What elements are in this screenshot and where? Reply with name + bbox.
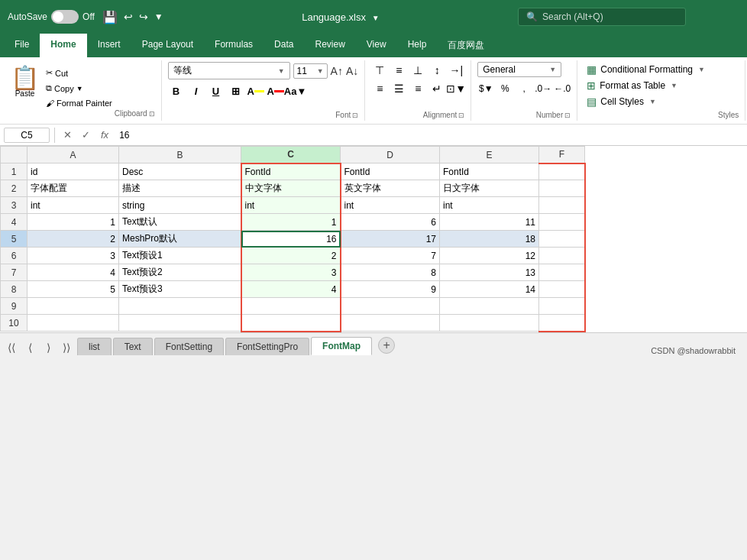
cell-C8[interactable]: 4: [241, 281, 341, 298]
copy-button[interactable]: ⧉ Copy ▼: [44, 82, 115, 95]
cell-A6[interactable]: 3: [27, 248, 119, 264]
cell-D4[interactable]: 6: [341, 214, 440, 231]
cell-styles-button[interactable]: ▤ Cell Styles ▼: [584, 94, 739, 109]
alignment-expand-icon[interactable]: ⊡: [458, 112, 464, 119]
cell-F7[interactable]: [539, 264, 585, 281]
cell-B9[interactable]: [119, 298, 241, 315]
cell-C7[interactable]: 3: [241, 264, 341, 281]
cell-F5[interactable]: [539, 231, 585, 248]
cell-D6[interactable]: 7: [341, 248, 440, 264]
cell-D1[interactable]: FontId: [341, 163, 440, 180]
sheet-tab-list[interactable]: list: [77, 338, 112, 355]
cell-F3[interactable]: [539, 197, 585, 214]
col-header-C[interactable]: C: [241, 147, 341, 163]
cell-C9[interactable]: [241, 298, 341, 315]
sheet-tab-text[interactable]: Text: [113, 338, 153, 355]
cell-B1[interactable]: Desc: [119, 163, 241, 180]
copy-dropdown[interactable]: ▼: [76, 85, 83, 92]
quick-access-toolbar[interactable]: 💾 ↩ ↪ ▼: [102, 10, 163, 24]
conditional-formatting-button[interactable]: ▦ Conditional Formatting ▼: [584, 62, 739, 77]
add-sheet-button[interactable]: +: [378, 337, 395, 354]
save-icon[interactable]: 💾: [102, 10, 118, 24]
comma-button[interactable]: ,: [516, 80, 532, 97]
font-color-button[interactable]: A: [267, 83, 284, 99]
row-header-7[interactable]: 7: [1, 264, 27, 281]
italic-button[interactable]: I: [188, 83, 205, 99]
sheet-nav-last[interactable]: ⟩⟩: [59, 340, 74, 355]
cell-F1[interactable]: [539, 163, 585, 180]
col-header-B[interactable]: B: [119, 147, 241, 163]
tab-data[interactable]: Data: [264, 34, 304, 57]
border-button[interactable]: ⊞: [228, 83, 244, 99]
row-header-6[interactable]: 6: [1, 248, 27, 264]
cell-F6[interactable]: [539, 248, 585, 264]
confirm-formula-button[interactable]: ✓: [78, 128, 93, 143]
font-grow-button[interactable]: A↑: [331, 65, 343, 77]
cell-C3[interactable]: int: [241, 197, 341, 214]
cell-D3[interactable]: int: [341, 197, 440, 214]
cell-B5[interactable]: MeshPro默认: [119, 231, 241, 248]
underline-button[interactable]: U: [208, 83, 225, 99]
accounting-button[interactable]: $▼: [477, 80, 494, 97]
tab-view[interactable]: View: [356, 34, 397, 57]
cell-A1[interactable]: id: [27, 163, 119, 180]
cell-F10[interactable]: [539, 315, 585, 332]
cell-C5[interactable]: 16: [241, 231, 341, 248]
bold-button[interactable]: B: [168, 83, 185, 99]
cell-F4[interactable]: [539, 214, 585, 231]
formula-input[interactable]: [116, 128, 743, 142]
cell-A3[interactable]: int: [27, 197, 119, 214]
number-expand-icon[interactable]: ⊡: [564, 112, 571, 119]
sheet-nav-first[interactable]: ⟨⟨: [4, 340, 19, 355]
sheet-grid[interactable]: A B C D E F 1 id Desc FontId: [0, 146, 747, 332]
cell-A8[interactable]: 5: [27, 281, 119, 298]
paste-button[interactable]: 📋 Paste: [6, 63, 44, 101]
font-size-selector[interactable]: 11 ▼: [293, 63, 328, 79]
cell-D5[interactable]: 17: [341, 231, 440, 248]
dropdown-arrow[interactable]: ▼: [372, 14, 380, 22]
tab-help[interactable]: Help: [397, 34, 438, 57]
cell-A9[interactable]: [27, 298, 119, 315]
tab-formulas[interactable]: Formulas: [204, 34, 264, 57]
col-header-E[interactable]: E: [440, 147, 539, 163]
cell-A4[interactable]: 1: [27, 214, 119, 231]
cell-E3[interactable]: int: [440, 197, 539, 214]
cell-E2[interactable]: 日文字体: [440, 180, 539, 197]
merge-center-button[interactable]: ⊡▼: [448, 80, 464, 97]
col-header-F[interactable]: F: [539, 147, 585, 163]
cell-B8[interactable]: Text预设3: [119, 281, 241, 298]
cell-E10[interactable]: [440, 315, 539, 332]
sheet-nav-next[interactable]: ⟩: [40, 340, 56, 355]
cell-B7[interactable]: Text预设2: [119, 264, 241, 281]
sheet-tab-fontsetting[interactable]: FontSetting: [154, 338, 224, 355]
cell-B10[interactable]: [119, 315, 241, 332]
cell-C6[interactable]: 2: [241, 248, 341, 264]
tab-home[interactable]: Home: [40, 34, 86, 57]
sheet-nav-prev[interactable]: ⟨: [22, 340, 37, 355]
row-header-9[interactable]: 9: [1, 298, 27, 315]
cell-A5[interactable]: 2: [27, 231, 119, 248]
undo-icon[interactable]: ↩: [124, 11, 133, 23]
cell-C10[interactable]: [241, 315, 341, 332]
tab-baidu[interactable]: 百度网盘: [437, 34, 495, 57]
clipboard-expand-icon[interactable]: ⊡: [149, 110, 155, 118]
cell-B6[interactable]: Text预设1: [119, 248, 241, 264]
cell-B3[interactable]: string: [119, 197, 241, 214]
cut-button[interactable]: ✂ Cut: [44, 66, 115, 79]
fill-color-button[interactable]: A: [247, 83, 264, 99]
col-header-D[interactable]: D: [341, 147, 440, 163]
cell-F9[interactable]: [539, 298, 585, 315]
font-size-dropdown[interactable]: ▼: [317, 67, 324, 75]
cell-D7[interactable]: 8: [341, 264, 440, 281]
align-right-button[interactable]: ≡: [409, 80, 426, 97]
cell-F8[interactable]: [539, 281, 585, 298]
cell-styles-dropdown[interactable]: ▼: [649, 98, 656, 105]
cell-D9[interactable]: [341, 298, 440, 315]
cell-E9[interactable]: [440, 298, 539, 315]
align-top-button[interactable]: ⊤: [371, 62, 388, 79]
tab-file[interactable]: File: [4, 34, 40, 57]
indent-increase-button[interactable]: →|: [448, 62, 464, 79]
customize-icon[interactable]: ▼: [154, 11, 163, 22]
cell-D2[interactable]: 英文字体: [341, 180, 440, 197]
row-header-3[interactable]: 3: [1, 197, 27, 214]
